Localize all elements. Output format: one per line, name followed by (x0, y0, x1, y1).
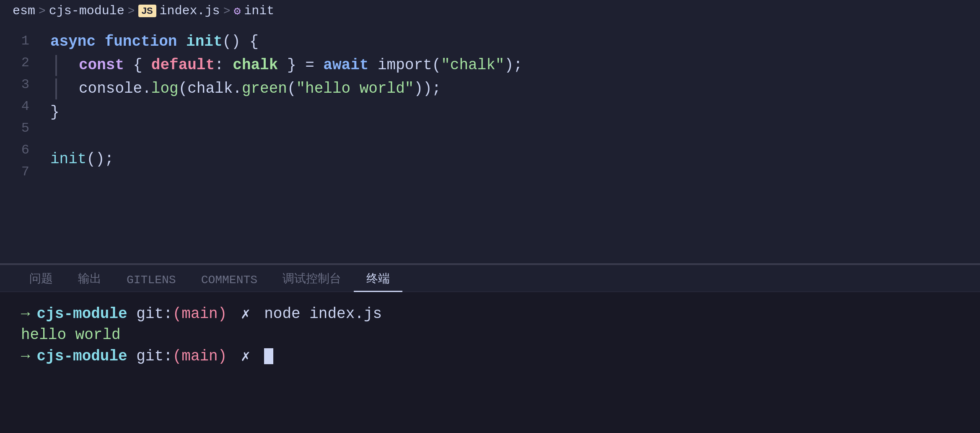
code-area: 1 2 3 4 5 6 7 async function init () { (0, 22, 980, 263)
code-line-5 (50, 124, 980, 148)
terminal-git-label-1: git: (127, 305, 173, 323)
line-num-6: 6 (21, 139, 29, 161)
token-str-chalk: "chalk" (441, 54, 504, 77)
breadcrumb-sep3: > (223, 5, 231, 18)
terminal-line-3: → cjs-module git: (main) ✗ (21, 347, 959, 365)
code-line-6: init (); (50, 148, 980, 171)
token-green: green (242, 77, 287, 101)
breadcrumb: esm > cjs-module > JS index.js > ⚙ init (0, 0, 980, 22)
terminal-dir-3: cjs-module (37, 348, 127, 365)
tab-problems[interactable]: 问题 (17, 266, 65, 292)
line-numbers: 1 2 3 4 5 6 7 (0, 30, 42, 255)
indent-bar-2 (55, 55, 57, 76)
line-num-5: 5 (21, 117, 29, 139)
breadcrumb-cjs-module: cjs-module (49, 4, 124, 18)
code-line-2: const { default : chalk } = await import… (50, 54, 980, 77)
indent-bar-3 (55, 78, 57, 99)
breadcrumb-sep2: > (128, 5, 135, 18)
token-async: async (50, 30, 96, 54)
editor-area: esm > cjs-module > JS index.js > ⚙ init … (0, 0, 980, 263)
terminal-arrow-1: → (21, 305, 30, 323)
terminal-branch-1: (main) (173, 305, 227, 323)
token-parens1: () { (223, 30, 259, 54)
tab-gitlens[interactable]: GITLENS (114, 269, 189, 292)
line-num-4: 4 (21, 96, 29, 117)
terminal-line-1: → cjs-module git: (main) ✗ node index.js (21, 305, 959, 323)
token-chalk-var: chalk (233, 54, 278, 77)
terminal-output: hello world (21, 326, 121, 344)
line-num-7: 7 (21, 161, 29, 183)
terminal-branch-3: (main) (173, 348, 227, 365)
token-default: default (151, 54, 215, 77)
token-hello-world: "hello world" (296, 77, 414, 101)
terminal-dir-1: cjs-module (37, 305, 127, 323)
tab-debug-console[interactable]: 调试控制台 (270, 266, 354, 292)
panel-area: 问题 输出 GITLENS COMMENTS 调试控制台 终端 → cjs-mo… (0, 264, 980, 433)
breadcrumb-js-badge: JS (138, 5, 156, 17)
code-line-1: async function init () { (50, 30, 980, 54)
terminal-symbol-3: ✗ (232, 347, 259, 365)
breadcrumb-init: init (244, 4, 274, 18)
token-console: console. (79, 77, 151, 101)
terminal-content: → cjs-module git: (main) ✗ node index.js… (0, 292, 980, 433)
token-init-fn: init (186, 30, 222, 54)
terminal-cursor (264, 348, 273, 364)
tab-comments[interactable]: COMMENTS (189, 269, 270, 292)
tab-output[interactable]: 输出 (65, 266, 114, 292)
code-content: async function init () { const { default… (42, 30, 980, 255)
line-num-1: 1 (21, 30, 29, 52)
line-num-2: 2 (21, 52, 29, 74)
line-num-3: 3 (21, 74, 29, 96)
breadcrumb-esm: esm (13, 4, 35, 18)
tab-terminal[interactable]: 终端 (354, 266, 402, 292)
terminal-line-2: hello world (21, 326, 959, 344)
token-await: await (323, 54, 368, 77)
token-init-call: init (50, 148, 86, 171)
code-line-4: } (50, 101, 980, 124)
code-line-7 (50, 171, 980, 195)
token-const: const (79, 54, 124, 77)
terminal-cmd-1: node index.js (264, 305, 382, 323)
token-function: function (105, 30, 177, 54)
terminal-symbol-1: ✗ (232, 305, 259, 323)
breadcrumb-index-js: index.js (160, 4, 220, 18)
terminal-arrow-3: → (21, 348, 30, 365)
panel-tabs: 问题 输出 GITLENS COMMENTS 调试控制台 终端 (0, 265, 980, 292)
breadcrumb-sep1: > (39, 5, 46, 18)
token-log: log (151, 77, 179, 101)
terminal-git-label-3: git: (127, 348, 173, 365)
code-line-3: console. log (chalk. green ( "hello worl… (50, 77, 980, 101)
breadcrumb-symbol-icon: ⚙ (233, 4, 241, 18)
